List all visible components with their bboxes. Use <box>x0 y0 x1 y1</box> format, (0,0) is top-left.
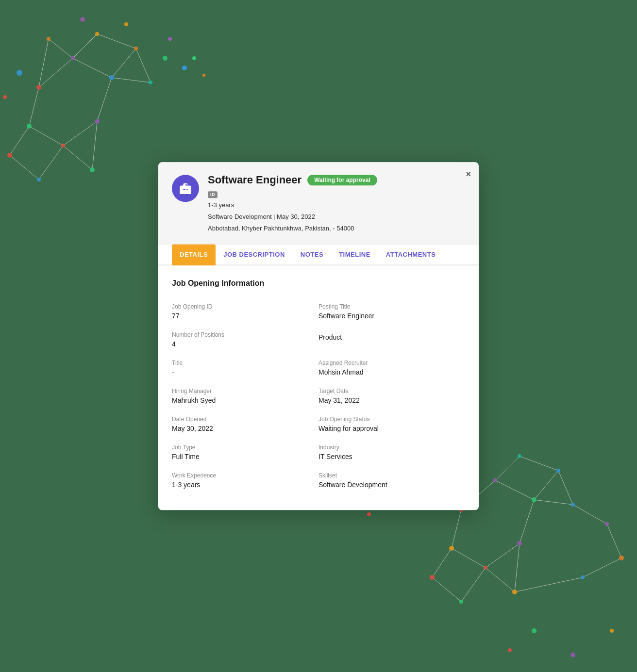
svg-line-15 <box>92 121 97 170</box>
svg-line-12 <box>10 155 39 180</box>
svg-point-64 <box>571 503 575 507</box>
svg-point-34 <box>163 56 168 61</box>
svg-line-16 <box>49 39 73 58</box>
svg-point-32 <box>80 17 85 22</box>
value-product: Product <box>318 333 465 341</box>
label-num-positions: Number of Positions <box>172 331 318 338</box>
svg-point-68 <box>605 522 609 526</box>
tab-attachments[interactable]: ATTACHMENTS <box>378 244 444 265</box>
tab-details[interactable]: DETAILS <box>172 244 216 265</box>
svg-line-41 <box>486 543 520 568</box>
svg-point-30 <box>47 37 50 41</box>
svg-point-66 <box>459 600 463 604</box>
svg-line-8 <box>97 34 136 49</box>
svg-point-67 <box>512 590 517 594</box>
svg-point-72 <box>508 648 512 652</box>
value-job-opening-id: 77 <box>172 312 318 320</box>
svg-point-74 <box>610 629 614 633</box>
value-job-opening-status: Waiting for approval <box>318 425 465 432</box>
detail-item-assigned-recruiter: Assigned Recruiter Mohsin Ahmad <box>318 354 465 382</box>
svg-line-13 <box>39 146 63 180</box>
label-target-date: Target Date <box>318 388 465 394</box>
value-num-positions: 4 <box>172 340 318 348</box>
svg-line-17 <box>39 39 49 87</box>
svg-point-25 <box>95 32 99 36</box>
svg-point-27 <box>7 153 12 158</box>
modal-tabs: DETAILS JOB DESCRIPTION NOTES TIMELINE A… <box>158 244 479 265</box>
svg-point-22 <box>27 124 32 129</box>
svg-line-39 <box>452 509 461 548</box>
label-posting-title: Posting Title <box>318 303 465 310</box>
svg-point-65 <box>430 575 435 580</box>
job-title: Software Engineer <box>208 174 302 186</box>
svg-line-9 <box>136 49 151 82</box>
svg-line-43 <box>495 456 520 480</box>
detail-item-work-experience: Work Experience 1-3 years <box>172 466 318 494</box>
label-work-experience: Work Experience <box>172 472 318 479</box>
label-date-opened: Date Opened <box>172 416 318 423</box>
status-badge: Waiting for approval <box>307 175 377 185</box>
close-button[interactable]: × <box>466 170 471 179</box>
svg-line-55 <box>515 577 583 592</box>
svg-line-54 <box>583 558 621 577</box>
svg-line-1 <box>73 58 112 78</box>
header-location: Abbotabad, Khyber Pakhtunkhwa, Pakistan,… <box>208 223 465 234</box>
job-icon <box>172 175 199 202</box>
svg-line-44 <box>520 456 558 471</box>
svg-line-7 <box>73 34 97 58</box>
value-assigned-recruiter: Mohsin Ahmad <box>318 368 465 376</box>
svg-point-69 <box>619 556 624 560</box>
label-skillset: Skillset <box>318 472 465 479</box>
header-top-row: Software Engineer Waiting for approval <box>208 174 465 186</box>
svg-line-14 <box>63 146 92 170</box>
detail-item-job-opening-id: Job Opening ID 77 <box>172 297 318 326</box>
value-skillset: Software Development <box>318 481 465 489</box>
header-department-date: Software Development | May 30, 2022 <box>208 212 465 222</box>
detail-item-industry: Industry IT Services <box>318 438 465 466</box>
value-hiring-manager: Mahrukh Syed <box>172 396 318 404</box>
svg-point-78 <box>168 37 172 41</box>
svg-line-38 <box>534 471 558 500</box>
svg-line-51 <box>515 543 520 592</box>
tab-timeline[interactable]: TIMELINE <box>331 244 378 265</box>
svg-point-60 <box>449 546 454 551</box>
svg-point-28 <box>37 178 41 181</box>
svg-point-33 <box>124 22 128 26</box>
svg-point-31 <box>17 70 22 76</box>
svg-point-24 <box>95 119 100 124</box>
svg-line-10 <box>112 78 151 82</box>
svg-point-70 <box>581 575 585 579</box>
svg-point-29 <box>90 167 95 172</box>
modal-header: Software Engineer Waiting for approval I… <box>158 162 479 244</box>
svg-point-62 <box>517 541 522 546</box>
svg-point-61 <box>484 566 487 570</box>
svg-point-75 <box>182 66 187 70</box>
tab-notes[interactable]: NOTES <box>293 244 331 265</box>
svg-point-18 <box>36 85 41 90</box>
details-grid: Job Opening ID 77 Posting Title Software… <box>172 297 465 494</box>
detail-item-title: Title - <box>172 354 318 382</box>
header-id-icon: ID <box>208 189 465 198</box>
svg-point-35 <box>3 95 7 99</box>
svg-line-45 <box>558 471 573 505</box>
svg-line-6 <box>97 78 112 121</box>
svg-line-37 <box>495 480 534 500</box>
svg-line-46 <box>534 500 573 505</box>
detail-item-posting-title: Posting Title Software Engineer <box>318 297 465 326</box>
tab-job-description[interactable]: JOB DESCRIPTION <box>216 244 293 265</box>
label-job-opening-status: Job Opening Status <box>318 416 465 423</box>
detail-item-job-type: Job Type Full Time <box>172 438 318 466</box>
detail-item-skillset: Skillset Software Development <box>318 466 465 494</box>
job-modal: Software Engineer Waiting for approval I… <box>158 162 479 510</box>
header-experience: 1-3 years <box>208 200 465 211</box>
svg-point-58 <box>532 497 536 502</box>
value-industry: IT Services <box>318 453 465 460</box>
value-posting-title: Software Engineer <box>318 312 465 320</box>
label-title: Title <box>172 360 318 366</box>
value-job-type: Full Time <box>172 453 318 460</box>
detail-item-product: Product <box>318 326 465 354</box>
svg-line-11 <box>10 126 29 155</box>
svg-point-19 <box>71 56 75 60</box>
svg-point-76 <box>192 56 196 60</box>
detail-item-date-opened: Date Opened May 30, 2022 <box>172 410 318 438</box>
